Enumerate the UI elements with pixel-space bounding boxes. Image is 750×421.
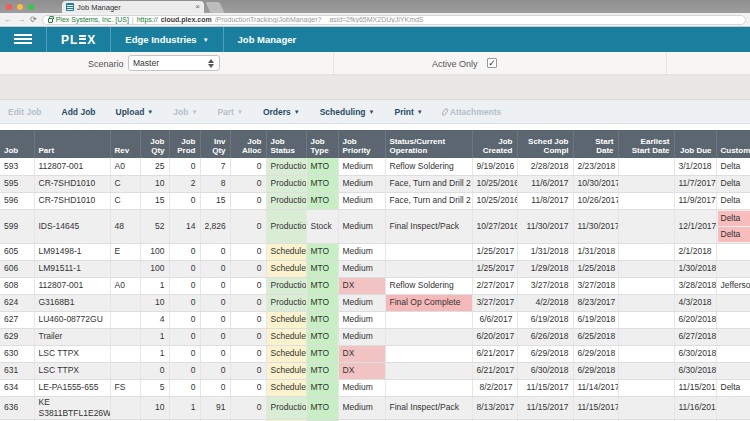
- table-row[interactable]: 605LM91498-1E100000ScheduledMTOMedium1/2…: [0, 243, 750, 260]
- col-header-job_due[interactable]: Job Due: [674, 130, 716, 158]
- col-header-start_date[interactable]: Start Date: [573, 130, 618, 158]
- col-header-job_qty[interactable]: Job Qty: [140, 130, 169, 158]
- page-title: Job Manager: [224, 27, 311, 52]
- company-menu[interactable]: Edge Industries ▼: [111, 27, 223, 52]
- cell-job_status: Scheduled: [266, 311, 306, 328]
- minimize-window-icon[interactable]: [17, 4, 23, 10]
- cell-job_qty: 15: [140, 192, 169, 209]
- cell-job_created: 10/25/2016: [472, 192, 517, 209]
- cell-rev: [110, 362, 140, 379]
- cell-job_status: Scheduled: [266, 362, 306, 379]
- active-only-checkbox[interactable]: ✓: [487, 58, 497, 68]
- col-header-rev[interactable]: Rev: [110, 130, 140, 158]
- table-row[interactable]: 608112807-001A01000ProductionMTODXReflow…: [0, 277, 750, 294]
- cell-job_prod: 0: [169, 345, 200, 362]
- cell-earliest_start_date: [618, 311, 674, 328]
- cell-rev: [110, 328, 140, 345]
- new-tab-button[interactable]: [205, 2, 224, 13]
- cell-job_created: 6/6/2017: [472, 311, 517, 328]
- table-row[interactable]: 630LSC TTPX1000ScheduledMTODX6/21/20176/…: [0, 345, 750, 362]
- cell-job_created: 10/27/2016: [472, 209, 517, 243]
- table-row[interactable]: 599IDS-146454852142,8260ProductionStockM…: [0, 209, 750, 243]
- col-header-job_created[interactable]: Job Created: [472, 130, 517, 158]
- cell-inv_qty: 0: [200, 294, 230, 311]
- table-row[interactable]: 595CR-7SHD1010C10280ProductionMTOMediumF…: [0, 175, 750, 192]
- url-host: cloud.plex.com: [161, 16, 212, 23]
- plex-logo[interactable]: PLX: [47, 27, 111, 52]
- table-row[interactable]: 624G3168B110000ProductionMTOMediumFinal …: [0, 294, 750, 311]
- cell-operation: [385, 328, 472, 345]
- toolbar-upload-button[interactable]: Upload▼: [116, 107, 154, 117]
- cell-job_qty: 1: [140, 277, 169, 294]
- cell-inv_qty: 8: [200, 175, 230, 192]
- cell-operation: Face, Turn and Drill 2: [385, 175, 472, 192]
- table-row[interactable]: 631LSC TTPX0000ScheduledMTODX6/21/20176/…: [0, 362, 750, 379]
- cell-job_prod: 0: [169, 379, 200, 396]
- scenario-select[interactable]: Master: [128, 55, 220, 71]
- cell-part: LE-PA1555-655: [34, 379, 110, 396]
- cell-earliest_start_date: [618, 362, 674, 379]
- main-menu-button[interactable]: [0, 27, 47, 52]
- table-row[interactable]: 606LM91511-1100000ScheduledMTOMedium1/25…: [0, 260, 750, 277]
- active-only-label: Active Only: [432, 59, 478, 69]
- cell-earliest_start_date: [618, 209, 674, 243]
- window-controls: [6, 4, 34, 10]
- toolbar-add-job-button[interactable]: Add Job: [62, 107, 96, 117]
- scenario-value: Master: [133, 58, 208, 68]
- toolbar-item-label: Part: [217, 107, 234, 117]
- col-header-job_prod[interactable]: Job Prod: [169, 130, 200, 158]
- security-label: Plex Systems, Inc. [US]: [56, 16, 129, 23]
- toolbar-scheduling-button[interactable]: Scheduling▼: [320, 107, 375, 117]
- cell-job_status: Scheduled: [266, 260, 306, 277]
- cell-operation: Reflow Soldering: [385, 277, 472, 294]
- col-header-job_alloc[interactable]: Job Alloc: [230, 130, 266, 158]
- cell-sched_job_compl: 6/29/2018: [517, 345, 573, 362]
- table-row[interactable]: 634LE-PA1555-655FS5000ScheduledMTOMedium…: [0, 379, 750, 396]
- cell-rev: [110, 294, 140, 311]
- col-header-job_status[interactable]: Job Status: [266, 130, 306, 158]
- col-header-earliest_start_date[interactable]: Earliest Start Date: [618, 130, 674, 158]
- cell-job: 631: [0, 362, 34, 379]
- cell-job_priority: DX: [338, 277, 385, 294]
- cell-sched_job_compl: 6/19/2018: [517, 311, 573, 328]
- cell-job_qty: 100: [140, 260, 169, 277]
- cell-job_type: MTO: [306, 243, 338, 260]
- cell-part: CR-7SHD1010: [34, 192, 110, 209]
- table-row[interactable]: 629Trailer1000ScheduledMTOMedium6/20/201…: [0, 328, 750, 345]
- toolbar-orders-button[interactable]: Orders▼: [263, 107, 300, 117]
- col-header-customer[interactable]: Customer: [716, 130, 750, 158]
- col-header-job[interactable]: Job: [0, 130, 34, 158]
- col-header-sched_job_compl[interactable]: Sched Job Compl: [517, 130, 573, 158]
- col-header-inv_qty[interactable]: Inv Qty: [200, 130, 230, 158]
- browser-tab[interactable]: Job Manager ×: [62, 1, 204, 13]
- back-icon[interactable]: ←: [4, 15, 12, 25]
- cell-job_status: Production: [266, 294, 306, 311]
- col-header-part[interactable]: Part: [34, 130, 110, 158]
- cell-job_priority: Medium: [338, 311, 385, 328]
- cell-rev: A0: [110, 277, 140, 294]
- cell-start_date: 6/29/2018: [573, 362, 618, 379]
- cell-start_date: 6/19/2018: [573, 311, 618, 328]
- tab-close-icon[interactable]: ×: [195, 3, 200, 11]
- col-header-operation[interactable]: Status/Current Operation: [385, 130, 472, 158]
- col-header-job_type[interactable]: Job Type: [306, 130, 338, 158]
- table-row[interactable]: 627LU460-08772GU4000ScheduledMTOMedium6/…: [0, 311, 750, 328]
- cell-job_due: 3/1/2018: [674, 158, 716, 175]
- toolbar-attachments-button: Attachments: [443, 107, 501, 117]
- cell-job_status: Production: [266, 396, 306, 419]
- reload-icon[interactable]: ⟳: [30, 15, 37, 25]
- col-header-job_priority[interactable]: Job Priority: [338, 130, 385, 158]
- url-scheme: https://: [137, 16, 158, 23]
- toolbar-print-button[interactable]: Print▼: [394, 107, 422, 117]
- table-row[interactable]: 596CR-7SHD1010C150150ProductionMTOMedium…: [0, 192, 750, 209]
- forward-icon[interactable]: →: [17, 15, 25, 25]
- cell-inv_qty: 0: [200, 379, 230, 396]
- address-bar[interactable]: Plex Systems, Inc. [US] | https://cloud.…: [42, 15, 746, 25]
- table-row[interactable]: 593112807-001A025070ProductionMTOMediumR…: [0, 158, 750, 175]
- table-row[interactable]: 636KE S3811BTFL1E26WH101910ProductionMTO…: [0, 396, 750, 419]
- close-window-icon[interactable]: [6, 4, 12, 10]
- cell-operation: [385, 243, 472, 260]
- cell-job_alloc: 0: [230, 158, 266, 175]
- maximize-window-icon[interactable]: [28, 4, 34, 10]
- cell-rev: 48: [110, 209, 140, 243]
